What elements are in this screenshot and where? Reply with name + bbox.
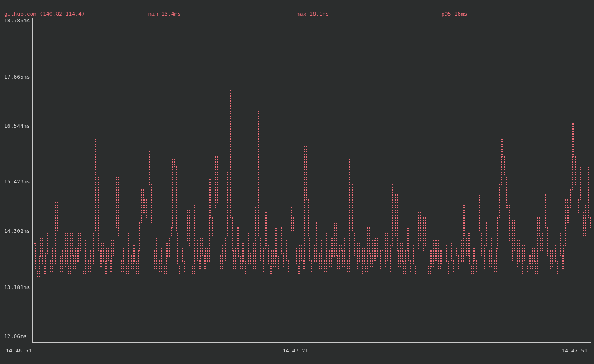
y-tick-label: 12.06ms [4,333,27,339]
stat-max-label: max 18.1ms [297,11,329,17]
stat-p95-label: p95 16ms [441,11,467,17]
y-tick-label: 15.423ms [4,178,30,185]
x-tick-label: 14:46:51 [6,348,32,354]
y-tick-label: 17.665ms [4,74,30,80]
y-tick-label: 16.544ms [4,123,30,129]
y-tick-label: 14.302ms [4,228,30,234]
gping-terminal: github.com (140.82.114.4) min 13.4ms max… [0,0,594,364]
x-tick-label: 14:47:21 [283,348,309,354]
target-host-label: github.com (140.82.114.4) [4,11,85,17]
latency-graph-canvas [0,0,594,364]
x-axis-line [32,342,591,343]
y-axis-line [32,18,33,343]
y-tick-label: 18.786ms [4,17,30,23]
stat-min-label: min 13.4ms [148,11,181,17]
y-tick-label: 13.181ms [4,284,30,290]
x-tick-label: 14:47:51 [561,348,587,354]
